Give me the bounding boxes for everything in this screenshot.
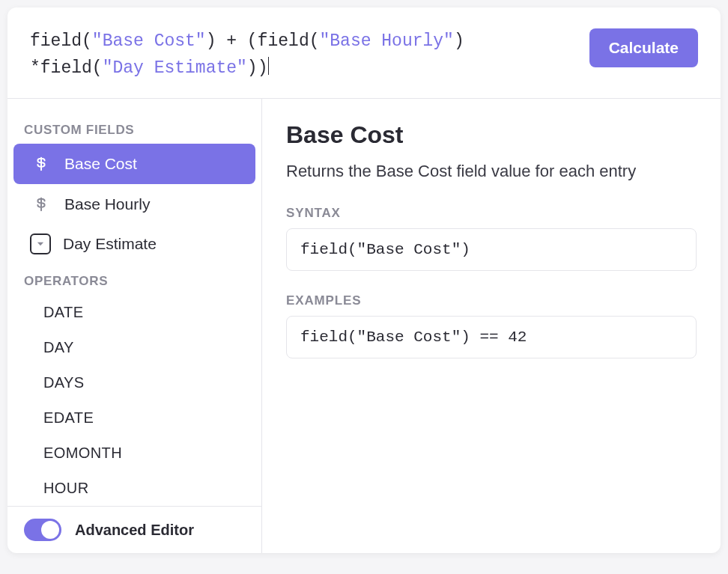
formula-token: "Base Hourly" (319, 31, 453, 51)
formula-token: "Base Cost" (92, 31, 206, 51)
formula-token: )) (247, 58, 268, 78)
formula-bar: field("Base Cost") + (field("Base Hourly… (7, 7, 721, 99)
calculate-button[interactable]: Calculate (589, 28, 698, 67)
toggle-knob (41, 521, 59, 539)
field-item-label: Base Hourly (64, 195, 150, 213)
advanced-editor-label: Advanced Editor (75, 522, 194, 539)
formula-input[interactable]: field("Base Cost") + (field("Base Hourly… (30, 28, 574, 82)
dollar-icon (30, 193, 52, 216)
operator-item-day[interactable]: DAY (13, 330, 255, 365)
detail-description: Returns the Base Cost field value for ea… (286, 159, 697, 183)
sidebar: CUSTOM FIELDS Base Cost Base Hourly (7, 99, 262, 553)
advanced-editor-toggle[interactable] (24, 519, 61, 541)
sidebar-scroll[interactable]: CUSTOM FIELDS Base Cost Base Hourly (7, 99, 261, 506)
formula-editor-card: field("Base Cost") + (field("Base Hourly… (7, 7, 721, 553)
dropdown-icon (30, 233, 51, 254)
field-item-base-hourly[interactable]: Base Hourly (13, 184, 255, 225)
examples-code: field("Base Cost") == 42 (286, 316, 697, 358)
formula-token: ) (454, 31, 464, 51)
formula-token: *field( (30, 58, 103, 78)
operator-item-date[interactable]: DATE (13, 295, 255, 330)
operator-item-days[interactable]: DAYS (13, 365, 255, 400)
sidebar-footer: Advanced Editor (7, 506, 261, 553)
operator-item-edate[interactable]: EDATE (13, 400, 255, 436)
examples-heading: EXAMPLES (286, 293, 697, 308)
field-item-day-estimate[interactable]: Day Estimate (13, 225, 255, 263)
formula-token: ) + (field( (206, 31, 320, 51)
editor-body: CUSTOM FIELDS Base Cost Base Hourly (7, 99, 721, 553)
syntax-code: field("Base Cost") (286, 228, 697, 271)
custom-fields-heading: CUSTOM FIELDS (7, 112, 261, 144)
field-item-label: Day Estimate (63, 235, 157, 253)
detail-title: Base Cost (286, 121, 697, 149)
text-cursor (268, 57, 269, 75)
dollar-icon (30, 153, 52, 175)
field-item-label: Base Cost (64, 155, 137, 173)
formula-token: field( (30, 31, 92, 51)
detail-panel: Base Cost Returns the Base Cost field va… (262, 99, 721, 553)
formula-token: "Day Estimate" (103, 58, 247, 78)
operator-item-eomonth[interactable]: EOMONTH (13, 436, 255, 471)
field-item-base-cost[interactable]: Base Cost (13, 144, 255, 184)
syntax-heading: SYNTAX (286, 206, 697, 221)
operator-item-hour[interactable]: HOUR (13, 471, 255, 506)
operators-heading: OPERATORS (7, 263, 261, 295)
